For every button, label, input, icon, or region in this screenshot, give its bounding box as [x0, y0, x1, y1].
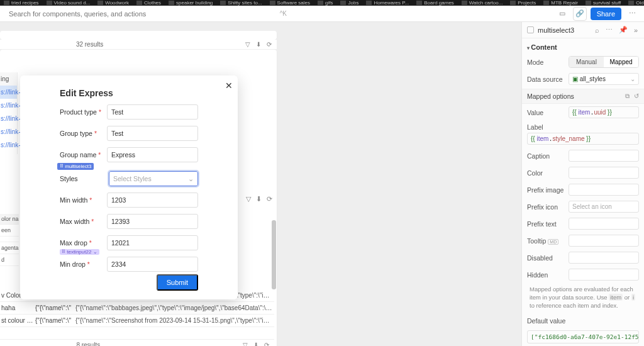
caption-input[interactable] [569, 150, 639, 162]
download-icon[interactable]: ⬇ [253, 342, 258, 346]
styles-label: Styles [60, 175, 78, 182]
tooltip-input[interactable] [569, 235, 639, 247]
value-input[interactable]: {{ item.uuid }} [569, 106, 639, 118]
product-type-input[interactable] [107, 104, 198, 120]
disabled-input[interactable] [569, 252, 639, 264]
mapped-options-header: Mapped options ⧉↺ [522, 89, 644, 104]
bookmark-item[interactable]: speaker building [169, 0, 213, 6]
data-source-select[interactable]: ▣ all_styles ⌄ [569, 73, 639, 85]
component-checkbox[interactable] [527, 26, 534, 33]
component-name[interactable]: multiselect3 [538, 26, 590, 34]
canvas: 32 results ▽ ⬇ ⟳ ing s://link- s://link-… [0, 22, 521, 346]
results-count: 32 results [76, 41, 103, 48]
refresh-icon[interactable]: ⟳ [264, 342, 269, 346]
filter-icon[interactable]: ▽ [243, 342, 248, 346]
app-toolbar: ^K ▭ 🔗 Share ⋯ [0, 6, 644, 22]
filter-icon[interactable]: ▽ [246, 195, 251, 203]
textinput-tag[interactable]: ⠿ textinput22 ⌄ [60, 249, 99, 255]
bookmark-item[interactable]: Video sound d... [47, 0, 91, 6]
min-drop-input[interactable] [107, 257, 198, 272]
left-strip: ing s://link- s://link- s://link- s://li… [0, 72, 18, 154]
max-drop-label: Max drop [60, 239, 87, 247]
prefix-icon-select[interactable]: Select an icon [569, 201, 639, 213]
hidden-input[interactable] [569, 269, 639, 281]
min-drop-label: Min drop [60, 260, 86, 268]
bookmark-item[interactable]: Jobs [340, 0, 358, 6]
more-menu-icon[interactable]: ⋯ [625, 7, 639, 21]
close-icon[interactable]: ✕ [225, 81, 233, 91]
color-strip: olor nam een agenta d [0, 214, 19, 266]
refresh-icon[interactable]: ⟳ [267, 195, 272, 203]
table-row[interactable]: s://link- [0, 138, 17, 152]
table-row[interactable]: s://link- [0, 99, 17, 112]
bookmark-item[interactable]: Old compute... [628, 0, 644, 6]
content-section[interactable]: Content [522, 38, 644, 53]
results-header: 32 results ▽ ⬇ ⟳ [0, 40, 277, 50]
lower-results-footer: 8 results ▽ ⬇ ⟳ [0, 339, 274, 346]
lower-results-count: 8 results [76, 342, 100, 346]
prefix-image-input[interactable] [569, 184, 639, 196]
product-type-label: Product type [60, 108, 97, 116]
bookmark-item[interactable]: Clothes [136, 0, 161, 6]
table-row[interactable]: haha {"{\"name\":\" {"{\"name\":\"babbag… [0, 302, 274, 315]
table-row[interactable]: s://link- [0, 112, 17, 125]
more-icon[interactable]: ⋯ [604, 26, 614, 34]
prefix-text-input[interactable] [569, 218, 639, 230]
bookmark-item[interactable]: Homewares P... [366, 0, 409, 6]
bookmark-item[interactable]: Woodwork [97, 0, 129, 6]
styles-multiselect[interactable]: Select Styles ⌄ [109, 171, 198, 186]
bookmark-item[interactable]: Shitty sites to... [220, 0, 262, 6]
submit-button[interactable]: Submit [157, 274, 198, 291]
preview-icon[interactable]: ▭ [555, 7, 569, 21]
bookmark-item[interactable]: tried recipes [4, 0, 39, 6]
search-shortcut: ^K [280, 10, 287, 17]
reset-icon[interactable]: ↺ [634, 92, 639, 100]
group-name-label: Group name [60, 151, 96, 159]
bookmark-item[interactable]: Board games [416, 0, 454, 6]
label-input[interactable]: {{ item.style_name }} [527, 133, 639, 145]
group-type-input[interactable] [107, 126, 198, 141]
edit-modal: ✕ Edit Express Product type * Group type… [20, 75, 238, 299]
group-type-label: Group type [60, 130, 92, 137]
mapped-options-help: Mapped options are evaluated for each it… [522, 283, 644, 315]
inner-table-toolbar: ▽ ⬇ ⟳ [236, 195, 275, 203]
share-button[interactable]: Share [591, 8, 621, 20]
table-row[interactable]: st colour a... {"{\"name\":\" {"{\"name\… [0, 315, 274, 327]
min-width-input[interactable] [107, 193, 198, 208]
copy-icon[interactable]: ⧉ [625, 92, 630, 100]
inspector-panel: multiselect3 ⌕ ⋯ 📌 » Content Mode Manual… [521, 22, 644, 346]
bookmark-item[interactable]: Software sales [270, 0, 310, 6]
scrollbar[interactable] [272, 220, 276, 289]
bookmark-item[interactable]: survival stuff [586, 0, 621, 6]
group-name-input[interactable] [107, 147, 198, 162]
link-button[interactable]: 🔗 [573, 7, 587, 21]
expand-icon[interactable]: » [633, 26, 639, 34]
mode-segmented[interactable]: Manual Mapped [569, 56, 639, 68]
search-icon[interactable]: ⌕ [594, 26, 601, 34]
search-input[interactable] [5, 8, 274, 20]
left-strip-heading: ing [0, 72, 17, 86]
filter-icon[interactable]: ▽ [245, 41, 250, 48]
modal-title: Edit Express [60, 88, 198, 98]
max-width-input[interactable] [107, 214, 198, 229]
default-value-input[interactable]: ["fc1686d0-a6a7-407e-92e1-12f579de283"] [527, 330, 639, 343]
max-drop-input[interactable] [107, 235, 198, 250]
bookmark-bar: tried recipes Video sound d... Woodwork … [0, 0, 644, 6]
refresh-icon[interactable]: ⟳ [267, 41, 272, 48]
chevron-down-icon: ⌄ [188, 175, 194, 182]
pin-icon[interactable]: 📌 [618, 26, 629, 34]
table-row[interactable]: s://link- [0, 125, 17, 138]
component-tag[interactable]: ⠿ multiselect3 [57, 163, 94, 170]
max-width-label: Max width [60, 218, 89, 225]
bookmark-item[interactable]: Watch cartoo... [462, 0, 503, 6]
min-width-label: Min width [60, 196, 87, 204]
bookmark-item[interactable]: Projects [510, 0, 536, 6]
color-input[interactable] [569, 167, 639, 179]
table-row[interactable]: s://link- [0, 86, 17, 99]
bookmark-item[interactable]: MTB Repair [543, 0, 578, 6]
download-icon[interactable]: ⬇ [256, 41, 261, 48]
download-icon[interactable]: ⬇ [256, 195, 262, 203]
bookmark-item[interactable]: gifs [318, 0, 333, 6]
